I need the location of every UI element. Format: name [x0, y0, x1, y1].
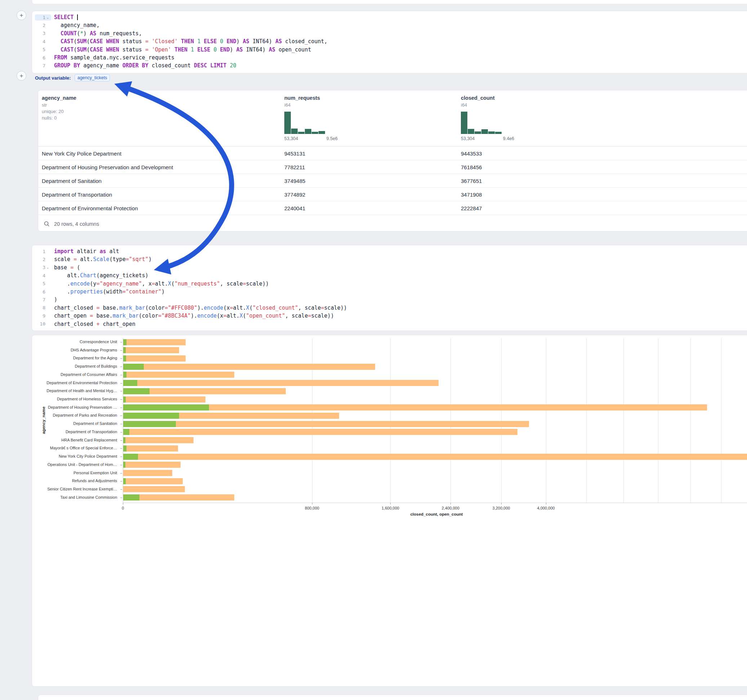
table-cell: 7618456: [461, 164, 482, 170]
code-line[interactable]: 4 CAST(SUM(CASE WHEN status = 'Closed' T…: [32, 38, 747, 45]
output-variable-chip[interactable]: agency_tickets: [75, 74, 110, 81]
closed_count-bar: [123, 397, 206, 403]
y-axis-tick: [120, 350, 122, 351]
table-cell: Department of Housing Preservation and D…: [42, 164, 173, 170]
table-row[interactable]: Department of Housing Preservation and D…: [38, 160, 747, 174]
add-cell-button[interactable]: +: [17, 11, 26, 20]
table-row[interactable]: Department of Sanitation37494853677651: [38, 174, 747, 188]
code-line[interactable]: 1import altair as alt: [32, 247, 747, 255]
table-row[interactable]: Department of Transportation377489234719…: [38, 188, 747, 201]
y-axis-label: Department of Homeless Services: [32, 397, 117, 401]
sql-cell[interactable]: 1⌄SELECT 2 agency_name,3 COUNT(*) AS num…: [32, 11, 747, 74]
gridline: [658, 338, 658, 503]
gridline: [390, 338, 391, 503]
line-number: 6: [36, 55, 45, 60]
collapse-chevron-icon[interactable]: ⌄: [45, 266, 50, 269]
line-gutter: 5: [35, 47, 51, 53]
open_count-bar: [123, 347, 126, 353]
add-cell-button[interactable]: +: [17, 71, 26, 81]
histogram-max-label: 9.4e6: [503, 136, 514, 141]
table-cell: 2240041: [284, 205, 305, 211]
code-line[interactable]: 8chart_closed = base.mark_bar(color="#FF…: [32, 304, 747, 312]
code-line[interactable]: 4 alt.Chart(agency_tickets): [32, 272, 747, 279]
collapse-chevron-icon[interactable]: ⌄: [45, 15, 50, 20]
closed_count-bar: [123, 364, 375, 370]
code-line[interactable]: 6FROM sample_data.nyc.service_requests: [32, 54, 747, 62]
sql-code-editor[interactable]: 1⌄SELECT 2 agency_name,3 COUNT(*) AS num…: [32, 11, 747, 70]
search-icon[interactable]: [44, 221, 50, 227]
histogram-bar: [319, 131, 325, 134]
table-header: agency_namestrunique: 20nulls: 0num_requ…: [38, 91, 747, 146]
code-text: .encode(y="agency_name", x=alt.X("num_re…: [54, 280, 269, 288]
open_count-bar: [123, 454, 138, 460]
code-text: agency_name,: [54, 21, 100, 29]
closed_count-bar: [123, 372, 234, 378]
y-axis-label: Department for the Aging: [32, 356, 117, 360]
output-variable-row: Output variable: agency_tickets: [35, 74, 110, 81]
closed_count-bar: [123, 486, 185, 492]
code-line[interactable]: 2scale = alt.Scale(type="sqrt"): [32, 255, 747, 263]
code-line[interactable]: 5 .encode(y="agency_name", x=alt.X("num_…: [32, 280, 747, 288]
closed_count-bar: [123, 470, 172, 476]
table-cell: Department of Transportation: [42, 191, 112, 197]
code-line[interactable]: 7): [32, 296, 747, 303]
histogram-bar: [305, 129, 312, 134]
python-code-editor[interactable]: 1import altair as alt2scale = alt.Scale(…: [32, 245, 747, 328]
closed_count-bar: [123, 494, 234, 501]
y-axis-tick: [120, 407, 122, 408]
line-number: 8: [36, 305, 45, 311]
y-axis-tick: [120, 375, 122, 375]
gridline: [501, 338, 502, 503]
histogram-bar: [298, 132, 304, 134]
table-row[interactable]: Department of Environmental Protection22…: [38, 201, 747, 215]
code-line[interactable]: 10chart_closed + chart_open: [32, 320, 747, 328]
closed_count-bar: [123, 478, 183, 484]
table-row-count: 20 rows, 4 columns: [54, 221, 99, 227]
open_count-bar: [123, 478, 126, 484]
table-cell: Department of Environmental Protection: [42, 205, 138, 211]
code-line[interactable]: 3⌄base = (: [32, 264, 747, 272]
line-gutter: 5: [35, 281, 51, 287]
output-variable-label: Output variable:: [35, 75, 71, 81]
gridline: [586, 338, 587, 503]
closed_count-bar: [123, 339, 186, 345]
column-name: closed_count: [461, 95, 514, 101]
code-line[interactable]: 2 agency_name,: [32, 21, 747, 29]
histogram-bar: [495, 132, 502, 134]
open_count-bar: [123, 355, 126, 362]
next-cell-edge: [38, 695, 747, 700]
open_count-bar: [123, 462, 126, 468]
code-text: chart_closed = base.mark_bar(color="#FFC…: [54, 304, 347, 312]
y-axis-label: Operations Unit - Department of Hom…: [32, 462, 117, 467]
column-header[interactable]: num_requestsi6453,3049.5e6: [284, 95, 338, 141]
line-number: 9: [36, 313, 45, 319]
open_count-bar: [123, 413, 179, 419]
code-line[interactable]: 1⌄SELECT: [32, 13, 747, 21]
y-axis-label: Department of Environmental Protection: [32, 381, 117, 385]
python-cell[interactable]: 1import altair as alt2scale = alt.Scale(…: [32, 245, 747, 331]
column-header[interactable]: closed_counti6453,3049.4e6: [461, 95, 514, 141]
code-text: chart_open = base.mark_bar(color="#8BC34…: [54, 312, 334, 320]
code-line[interactable]: 5 CAST(SUM(CASE WHEN status = 'Open' THE…: [32, 46, 747, 54]
closed_count-bar: [123, 347, 179, 353]
line-number: 5: [36, 47, 45, 52]
code-line[interactable]: 9chart_open = base.mark_bar(color="#8BC3…: [32, 312, 747, 320]
code-line[interactable]: 3 COUNT(*) AS num_requests,: [32, 30, 747, 38]
table-cell: 3749485: [284, 178, 305, 184]
gridline: [451, 338, 451, 503]
column-header[interactable]: agency_namestrunique: 20nulls: 0: [42, 95, 76, 121]
code-line[interactable]: 6 .properties(width="container"): [32, 288, 747, 296]
open_count-bar: [123, 429, 129, 435]
y-axis-label: Personal Exemption Unit: [32, 471, 117, 475]
open_count-bar: [123, 388, 150, 394]
code-line[interactable]: 7GROUP BY agency_name ORDER BY closed_co…: [32, 62, 747, 69]
y-axis-tick: [120, 432, 122, 433]
line-number: 2: [36, 257, 45, 262]
y-axis-tick: [120, 465, 122, 465]
code-text: ): [54, 296, 57, 303]
table-cell: 2222847: [461, 205, 482, 211]
y-axis-label: HRA Benefit Card Replacement: [32, 438, 117, 442]
x-axis-label: 1,600,000: [369, 506, 412, 510]
table-row[interactable]: New York City Police Department945313194…: [38, 146, 747, 160]
column-type: i64: [461, 102, 514, 108]
